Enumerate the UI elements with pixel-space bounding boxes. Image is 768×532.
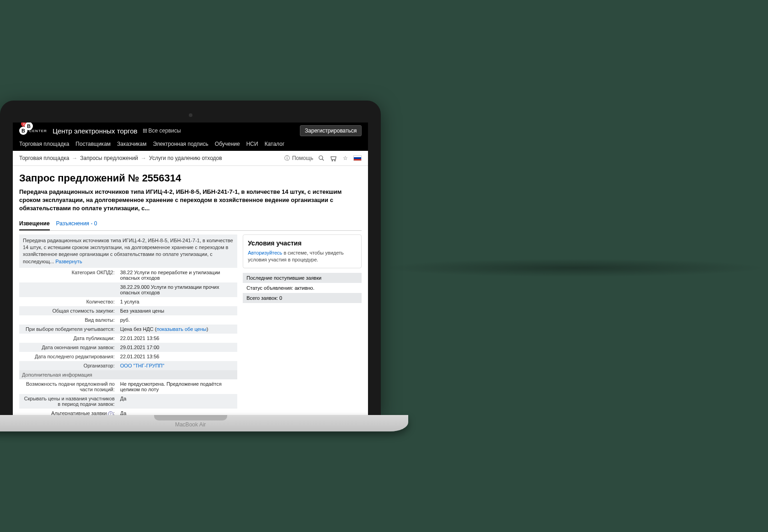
table-row: Общая стоимость закупки:Без указания цен… xyxy=(19,306,237,315)
nav-item[interactable]: Поставщикам xyxy=(75,141,111,147)
nav-item[interactable]: Каталог xyxy=(265,141,285,147)
search-icon[interactable] xyxy=(318,154,325,162)
table-row: Скрывать цены и названия участников в пе… xyxy=(19,394,237,409)
nav-item[interactable]: Торговая площадка xyxy=(19,141,69,147)
field-label: Дата окончания подачи заявок: xyxy=(19,343,117,352)
nav-item[interactable]: НСИ xyxy=(246,141,258,147)
total-bids: Всего заявок: 0 xyxy=(243,293,362,303)
table-row: Категория ОКПД2:38.22 Услуги по перерабо… xyxy=(19,268,237,282)
breadcrumb-item[interactable]: Торговая площадка xyxy=(19,155,69,161)
shadow xyxy=(381,259,768,277)
breadcrumb-item[interactable]: Запросы предложений xyxy=(80,155,138,161)
svg-point-0 xyxy=(319,156,323,160)
field-label: Скрывать цены и названия участников в пе… xyxy=(19,394,117,409)
svg-point-3 xyxy=(334,160,335,161)
logo[interactable]: 2 B B CENTER xyxy=(19,127,47,135)
help-icon: ⓘ xyxy=(283,154,291,162)
page-description: Передача радиационных источников типа ИГ… xyxy=(19,188,362,213)
table-row: Организатор:ООО "ТНГ-ГРУПП" xyxy=(19,361,237,370)
laptop-base: MacBook Air xyxy=(0,415,408,431)
recent-title: Последние поступившие заявки xyxy=(243,273,362,283)
nav-item[interactable]: Заказчикам xyxy=(117,141,146,147)
help-link[interactable]: ⓘ Помощь xyxy=(283,154,313,162)
table-row: Дата окончания подачи заявок:29.01.2021 … xyxy=(19,343,237,352)
field-value: Цена без НДС (показывать обе цены) xyxy=(117,325,238,334)
field-label xyxy=(19,282,117,297)
field-label: При выборе победителя учитывается: xyxy=(19,325,117,334)
conditions-card: Условия участия Авторизуйтесь в системе,… xyxy=(243,234,362,269)
inline-link[interactable]: ООО "ТНГ-ГРУПП" xyxy=(120,363,165,368)
field-label: Количество: xyxy=(19,297,117,306)
auth-link[interactable]: Авторизуйтесь xyxy=(248,250,282,255)
recent-bids: Последние поступившие заявки Статус объя… xyxy=(243,273,362,303)
field-label: Альтернативные заявки?: xyxy=(19,409,117,415)
table-row: Количество:1 услуга xyxy=(19,297,237,306)
status-text: Статус объявления: активно. xyxy=(243,283,362,293)
star-icon[interactable]: ☆ xyxy=(341,154,349,162)
table-row: 38.22.29.000 Услуги по утилизации прочих… xyxy=(19,282,237,297)
breadcrumb-item[interactable]: Услуги по удалению отходов xyxy=(149,155,222,161)
field-value: 22.01.2021 13:56 xyxy=(117,352,238,361)
svg-line-1 xyxy=(322,159,324,161)
field-value: Да xyxy=(117,409,238,415)
field-label: Дата последнего редактирования: xyxy=(19,352,117,361)
field-label: Общая стоимость закупки: xyxy=(19,306,117,315)
language-flag[interactable] xyxy=(353,155,362,161)
help-icon[interactable]: ? xyxy=(108,411,113,415)
field-label: Категория ОКПД2: xyxy=(19,268,117,282)
breadcrumb-bar: Торговая площадка → Запросы предложений … xyxy=(13,151,368,166)
field-value: руб. xyxy=(117,315,238,325)
inline-link[interactable]: показывать обе цены xyxy=(156,326,206,332)
nav-item[interactable]: Электронная подпись xyxy=(153,141,208,147)
field-value: 38.22.29.000 Услуги по утилизации прочих… xyxy=(117,282,238,297)
main-nav: Торговая площадка Поставщикам Заказчикам… xyxy=(19,138,362,151)
additional-table: Возможность подачи предложений по части … xyxy=(19,379,237,415)
field-label: Возможность подачи предложений по части … xyxy=(19,379,117,394)
field-label: Вид валюты: xyxy=(19,315,117,325)
field-label: Организатор: xyxy=(19,361,117,370)
tab-clarifications[interactable]: Разъяснения - 0 xyxy=(56,218,97,230)
expand-link[interactable]: Развернуть xyxy=(55,259,82,264)
field-value: ООО "ТНГ-ГРУПП" xyxy=(117,361,238,370)
tab-notice[interactable]: Извещение xyxy=(19,218,50,230)
table-row: Альтернативные заявки?:Да xyxy=(19,409,237,415)
table-row: Дата последнего редактирования:22.01.202… xyxy=(19,352,237,361)
laptop-mockup: 2 B B CENTER Центр электронных торгов Вс… xyxy=(0,101,381,431)
cart-icon[interactable] xyxy=(330,154,337,162)
table-row: Дата публикации:22.01.2021 13:56 xyxy=(19,334,237,343)
camera-dot xyxy=(189,113,192,117)
field-value: 29.01.2021 17:00 xyxy=(117,343,238,352)
field-value: 22.01.2021 13:56 xyxy=(117,334,238,343)
section-header: Дополнительная информация xyxy=(19,370,237,379)
field-value: Без указания цены xyxy=(117,306,238,315)
page-title: Запрос предложений № 2556314 xyxy=(19,172,362,184)
site-header: 2 B B CENTER Центр электронных торгов Вс… xyxy=(13,122,368,151)
field-value: Не предусмотрена. Предложение подаётся ц… xyxy=(117,379,238,394)
nav-item[interactable]: Обучение xyxy=(215,141,240,147)
field-value: 38.22 Услуги по переработке и утилизации… xyxy=(117,268,238,282)
field-value: Да xyxy=(117,394,238,409)
table-row: Вид валюты:руб. xyxy=(19,315,237,325)
field-value: 1 услуга xyxy=(117,297,238,306)
tabs: Извещение Разъяснения - 0 xyxy=(19,218,362,231)
grid-icon xyxy=(143,129,147,133)
field-label: Дата публикации: xyxy=(19,334,117,343)
svg-point-2 xyxy=(332,160,333,161)
table-row: При выборе победителя учитывается:Цена б… xyxy=(19,325,237,334)
table-row: Возможность подачи предложений по части … xyxy=(19,379,237,394)
conditions-title: Условия участия xyxy=(248,239,357,247)
summary-box: Передача радиационных источников типа ИГ… xyxy=(19,234,237,268)
register-button[interactable]: Зарегистрироваться xyxy=(300,125,362,136)
site-title: Центр электронных торгов xyxy=(53,127,138,135)
details-table: Категория ОКПД2:38.22 Услуги по перерабо… xyxy=(19,268,237,370)
all-services-link[interactable]: Все сервисы xyxy=(143,128,181,134)
